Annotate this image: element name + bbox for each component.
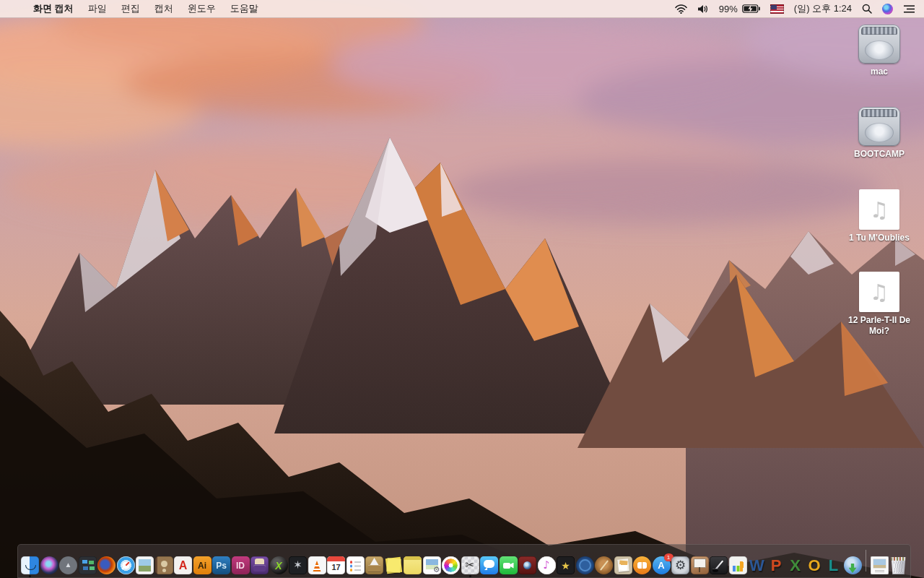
numbers-09-icon [729,556,747,574]
dock-imovie[interactable]: ★ [557,556,575,574]
desktop-icon-bootcamp-drive[interactable]: BOOTCAMP [842,107,917,189]
trash-full-icon [889,556,907,574]
photoshop-icon: Ps [212,556,230,574]
dock-indesign[interactable]: ID [232,556,250,574]
dock-clippings-app[interactable] [614,556,632,574]
dock-screen-capture-grab[interactable]: ✂ [461,556,479,574]
wallpaper-sierra-mountains [0,0,924,578]
fan-utility-app-icon: ✶ [289,556,307,574]
menu-help[interactable]: 도움말 [230,2,258,15]
finder-running-indicator [29,575,31,577]
dock-system-preferences[interactable] [671,556,689,574]
menu-bar: 화면 캡처 파일 편집 캡처 윈도우 도움말 [0,0,924,18]
spotlight-icon[interactable] [862,4,872,14]
dock-finder[interactable] [21,556,39,574]
stuffit-expander-icon [365,556,383,574]
ms-powerpoint-icon: P [767,556,785,574]
volume-icon[interactable] [697,4,709,14]
desktop-icon-label: mac [871,66,888,77]
dock-fan-utility-app[interactable]: ✶ [289,556,307,574]
dock-app-store[interactable]: A1 [653,556,671,574]
menu-file[interactable]: 파일 [88,2,107,15]
dock-numbers-09[interactable] [729,556,747,574]
dock-trash-full[interactable] [889,556,907,574]
dock-acrobat-reader[interactable]: A [174,556,192,574]
dock-ms-excel[interactable]: X [786,556,804,574]
dock-itunes[interactable]: ♪ [538,556,556,574]
dock-contacts[interactable] [155,556,173,574]
itunes-glyph: ♪ [543,560,550,571]
desktop-icon-mac-drive[interactable]: mac [842,25,917,107]
toast-titanium-icon [250,556,269,574]
calendar-icon: 17 [327,556,345,574]
dock-ibooks[interactable] [633,556,651,574]
ms-powerpoint-glyph: P [771,558,782,574]
battery-charging-icon[interactable] [742,4,760,13]
vlc-icon [308,556,326,574]
dock-idvd[interactable] [576,556,594,574]
dock-preview[interactable] [136,556,154,574]
dock-launchpad[interactable] [59,556,77,574]
dock-stuffit-expander[interactable] [365,556,383,574]
dock-firefox[interactable] [97,556,116,574]
system-preferences-icon [671,556,689,574]
acrobat-reader-icon: A [174,556,192,574]
indesign-glyph: ID [236,561,245,570]
launchpad-icon [59,556,77,574]
app-menu-title[interactable]: 화면 캡처 [33,2,74,15]
dock-toast-titanium[interactable] [250,556,269,574]
ms-excel-icon: X [786,556,804,574]
notepad-app-icon [404,556,422,574]
dock-document-file[interactable] [871,556,889,574]
dock-image-capture[interactable] [423,556,441,574]
ms-word-glyph: W [749,558,764,574]
ms-excel-glyph: X [790,558,801,574]
dock-stickies[interactable] [385,556,403,574]
photo-booth-icon [518,556,536,574]
dock-safari[interactable] [117,556,135,574]
dock-garageband[interactable] [595,556,613,574]
imovie-icon: ★ [557,556,575,574]
dock-photo-booth[interactable] [518,556,536,574]
dock-facetime[interactable] [500,556,518,574]
dock-ms-lync[interactable]: L [824,556,842,574]
ms-lync-icon: L [824,556,842,574]
desktop-icon-audio-file-12[interactable]: ♫12 Parle-T-Il De Moi? [842,272,917,354]
desktop-icon-audio-file-1[interactable]: ♫1 Tu M'Oublies [842,189,917,272]
dock-photos[interactable] [442,556,460,574]
dock-messages[interactable] [480,556,498,574]
dock-separator [866,550,866,571]
menu-capture[interactable]: 캡처 [154,2,173,15]
dock-ms-powerpoint[interactable]: P [767,556,785,574]
dock-download-manager[interactable] [844,556,862,574]
input-source-us-flag-icon[interactable] [770,4,784,14]
dock-photoshop[interactable]: Ps [212,556,230,574]
dock-ms-outlook[interactable]: O [806,556,824,574]
dock-illustrator[interactable]: Ai [193,556,212,574]
dock-keynote-09[interactable] [691,556,709,574]
dock-vlc[interactable] [308,556,326,574]
desktop-icon-column: macBOOTCAMP♫1 Tu M'Oublies♫12 Parle-T-Il… [842,25,917,354]
ms-outlook-glyph: O [808,558,820,574]
garageband-icon [595,556,613,574]
siri-menu-icon[interactable] [882,4,893,14]
dock-siri[interactable] [40,556,58,574]
dock-reminders[interactable] [346,556,365,574]
notification-center-icon[interactable] [903,4,915,14]
menu-bar-clock[interactable]: (일) 오후 1:24 [794,2,852,15]
x-sphere-app-icon: X [270,556,288,574]
battery-percent: 99% [719,4,738,14]
screen-capture-grab-running-indicator [469,575,471,577]
dock-ms-word[interactable]: W [748,556,766,574]
menu-window[interactable]: 윈도우 [188,2,216,15]
dock-notepad-app[interactable] [404,556,422,574]
wifi-icon[interactable] [675,4,687,14]
dock-pages-09[interactable] [710,556,728,574]
app-store-glyph: A [658,561,664,570]
dock-mission-control[interactable] [79,556,97,574]
hard-drive-icon [858,107,900,146]
menu-edit[interactable]: 편집 [121,2,140,15]
dock-calendar[interactable]: 17 [327,556,345,574]
audio-file-icon: ♫ [859,272,899,312]
dock-x-sphere-app[interactable]: X [270,556,288,574]
